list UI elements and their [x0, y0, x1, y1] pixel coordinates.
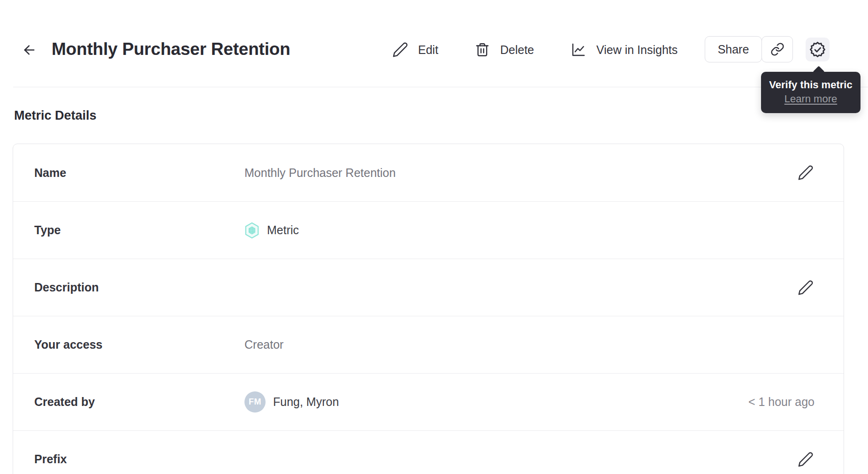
- row-type: Type Metric: [13, 201, 844, 259]
- row-name: Name Monthly Purchaser Retention: [13, 144, 844, 201]
- verify-metric-tooltip: Verify this metric Learn more: [761, 72, 860, 113]
- tooltip-title: Verify this metric: [766, 78, 856, 92]
- edit-prefix-button[interactable]: [797, 451, 815, 468]
- row-prefix-label: Prefix: [34, 452, 244, 466]
- verified-badge-icon: [809, 41, 826, 58]
- edit-button-label: Edit: [418, 43, 438, 57]
- row-created-by-label: Created by: [34, 395, 244, 409]
- line-chart-icon: [571, 42, 586, 58]
- share-button-label: Share: [718, 43, 749, 56]
- row-description-label: Description: [34, 281, 244, 294]
- pencil-icon: [392, 42, 408, 58]
- row-type-label: Type: [34, 223, 244, 237]
- metric-details-page: Monthly Purchaser Retention Edit Delete: [0, 0, 868, 474]
- row-description: Description: [13, 259, 844, 316]
- delete-button[interactable]: Delete: [474, 42, 534, 58]
- section-heading: Metric Details: [14, 108, 97, 123]
- share-button[interactable]: Share: [705, 36, 762, 62]
- row-your-access-value: Creator: [244, 338, 815, 352]
- link-icon: [770, 42, 784, 56]
- copy-link-button[interactable]: [761, 36, 793, 62]
- metric-details-card: Name Monthly Purchaser Retention Type: [13, 144, 844, 474]
- edit-description-button[interactable]: [797, 279, 815, 297]
- delete-button-label: Delete: [500, 43, 534, 57]
- metric-hexagon-icon: [244, 222, 259, 239]
- row-your-access-label: Your access: [34, 338, 244, 352]
- row-name-label: Name: [34, 166, 244, 180]
- row-created-by: Created by FM Fung, Myron < 1 hour ago: [13, 373, 844, 430]
- pencil-icon: [798, 451, 814, 467]
- edit-button[interactable]: Edit: [392, 42, 438, 58]
- created-timestamp: < 1 hour ago: [748, 395, 815, 409]
- pencil-icon: [798, 280, 814, 296]
- learn-more-link[interactable]: Learn more: [784, 92, 838, 106]
- row-name-value: Monthly Purchaser Retention: [244, 166, 797, 180]
- row-created-by-value: Fung, Myron: [273, 395, 339, 409]
- view-in-insights-button[interactable]: View in Insights: [571, 42, 678, 58]
- view-in-insights-label: View in Insights: [596, 43, 678, 57]
- row-type-value: Metric: [267, 223, 299, 237]
- page-title: Monthly Purchaser Retention: [52, 39, 290, 59]
- row-prefix: Prefix: [13, 430, 844, 474]
- edit-name-button[interactable]: [797, 164, 815, 182]
- back-button[interactable]: [20, 40, 38, 59]
- trash-icon: [474, 42, 490, 58]
- verify-metric-button[interactable]: [806, 38, 830, 61]
- row-your-access: Your access Creator: [13, 316, 844, 373]
- header-divider: [13, 87, 868, 87]
- arrow-left-icon: [22, 42, 37, 58]
- avatar: FM: [244, 391, 266, 413]
- pencil-icon: [798, 165, 814, 181]
